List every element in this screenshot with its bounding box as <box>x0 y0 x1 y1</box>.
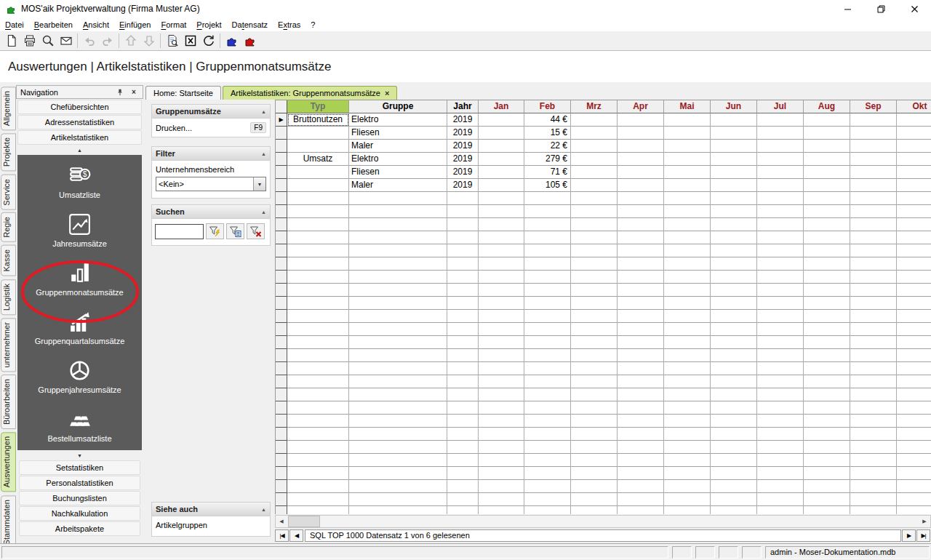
nav-group-setstatistiken[interactable]: Setstatistiken <box>19 460 140 475</box>
window-close-icon[interactable] <box>898 0 931 17</box>
cell[interactable]: 15 € <box>524 127 571 140</box>
side-tab-projekte[interactable]: Projekte <box>1 133 16 171</box>
scroll-down-icon[interactable]: ▼ <box>17 452 142 460</box>
side-tab-büroarbeiten[interactable]: Büroarbeiten <box>1 375 16 429</box>
side-tab-stammdaten[interactable]: Stammdaten <box>1 495 16 549</box>
row-selector[interactable] <box>276 166 287 179</box>
menu-item-bearbeiten[interactable]: Bearbeiten <box>29 19 78 31</box>
row-selector[interactable]: ▶ <box>276 113 287 127</box>
column-header-okt[interactable]: Okt <box>897 100 931 113</box>
nav-item-gruppenquartalsumsätze[interactable]: Gruppenquartalsumsätze <box>17 301 142 350</box>
cell[interactable]: 2019 <box>447 153 479 166</box>
nav-group-personalstatistiken[interactable]: Personalstatistiken <box>19 476 140 490</box>
search-input[interactable] <box>155 224 204 239</box>
section-header[interactable]: Gruppenumsätze ▲ <box>152 105 270 119</box>
window-restore-icon[interactable] <box>864 0 898 17</box>
section-header[interactable]: Filter ▲ <box>152 147 270 161</box>
side-tab-service[interactable]: Service <box>1 175 16 210</box>
cell[interactable]: 279 € <box>524 153 571 166</box>
cell[interactable]: 2019 <box>447 140 479 153</box>
cell[interactable]: Fliesen <box>349 166 447 179</box>
pin-icon[interactable] <box>115 87 125 97</box>
cell[interactable]: 2019 <box>447 166 479 179</box>
cell[interactable]: 2019 <box>447 179 479 192</box>
record-last-button[interactable]: ▶| <box>916 529 930 542</box>
new-document-icon[interactable] <box>2 32 20 49</box>
collapse-arrow-icon[interactable]: ▲ <box>261 209 266 215</box>
column-header-aug[interactable]: Aug <box>804 100 850 113</box>
scroll-left-icon[interactable]: ◀ <box>276 516 287 527</box>
nav-group-nachkalkulation[interactable]: Nachkalkulation <box>19 506 140 521</box>
nav-item-jahresumsätze[interactable]: Jahresumsätze <box>17 204 142 252</box>
cell[interactable]: Fliesen <box>349 127 447 140</box>
record-next-button[interactable]: ▶ <box>902 529 916 542</box>
side-tab-allgemein[interactable]: Allgemein <box>1 87 16 130</box>
section-header[interactable]: Suchen ▲ <box>152 205 270 219</box>
redo-icon[interactable] <box>98 32 116 49</box>
column-header-feb[interactable]: Feb <box>524 100 571 113</box>
artikelgruppen-link[interactable]: Artikelgruppen <box>152 516 270 536</box>
cell[interactable]: 44 € <box>524 113 571 127</box>
section-header[interactable]: Siehe auch ▲ <box>152 503 270 516</box>
cell[interactable]: Bruttonutzen <box>287 113 349 127</box>
column-header-gruppe[interactable]: Gruppe <box>349 100 447 113</box>
scroll-up-icon[interactable]: ▲ <box>17 146 142 154</box>
cell[interactable]: Maler <box>349 179 447 192</box>
collapse-arrow-icon[interactable]: ▲ <box>261 109 266 114</box>
column-header-typ[interactable]: Typ <box>287 100 349 113</box>
cell[interactable]: Maler <box>349 140 447 153</box>
nav-group-buchungslisten[interactable]: Buchungslisten <box>19 491 140 505</box>
collapse-arrow-icon[interactable]: ▲ <box>261 151 266 156</box>
move-down-icon[interactable] <box>140 32 158 49</box>
email-icon[interactable] <box>57 32 75 49</box>
menu-item-datei[interactable]: Datei <box>0 19 29 31</box>
column-header-sep[interactable]: Sep <box>850 100 897 113</box>
column-header-mai[interactable]: Mai <box>664 100 711 113</box>
column-header-jul[interactable]: Jul <box>757 100 804 113</box>
cell[interactable]: 2019 <box>447 127 479 140</box>
nav-group-arbeitspakete[interactable]: Arbeitspakete <box>19 521 140 536</box>
menu-item-projekt[interactable]: Projekt <box>191 19 226 31</box>
column-header-jahr[interactable]: Jahr <box>447 100 479 113</box>
print-command[interactable]: Drucken... F9 <box>152 119 270 137</box>
row-selector[interactable] <box>276 140 287 153</box>
side-tab-kasse[interactable]: Kasse <box>1 245 16 276</box>
menu-item-format[interactable]: Format <box>156 19 191 31</box>
plugin-red-icon[interactable] <box>241 32 259 49</box>
unternehmensbereich-dropdown[interactable]: <Kein> ▼ <box>156 177 266 191</box>
move-up-icon[interactable] <box>121 32 140 49</box>
filter-remove-icon[interactable] <box>247 223 265 239</box>
nav-item-umsatzliste[interactable]: $Umsatzliste <box>17 155 142 204</box>
side-tab-regie[interactable]: Regie <box>1 212 16 242</box>
cell[interactable]: 2019 <box>447 113 479 127</box>
cell[interactable]: Umsatz <box>287 153 349 166</box>
column-header-mrz[interactable]: Mrz <box>571 100 618 113</box>
tab-close-icon[interactable]: × <box>385 89 389 97</box>
column-header-jun[interactable]: Jun <box>711 100 757 113</box>
cell[interactable]: Elektro <box>349 153 447 166</box>
row-selector[interactable] <box>276 153 287 166</box>
window-minimize-icon[interactable] <box>831 0 864 17</box>
tab-home-startseite[interactable]: Home: Startseite <box>145 86 221 100</box>
nav-group-adressenstatistiken[interactable]: Adressenstatistiken <box>17 115 142 129</box>
side-tab-unternehmer[interactable]: unternehmer <box>1 318 16 372</box>
report-icon[interactable] <box>163 32 181 49</box>
record-prev-button[interactable]: ◀ <box>289 529 303 542</box>
side-tab-auswertungen[interactable]: Auswertungen <box>1 432 16 492</box>
side-tab-logistik[interactable]: Logistik <box>1 279 16 315</box>
filter-apply-icon[interactable] <box>206 223 224 239</box>
cell[interactable]: Elektro <box>349 113 447 127</box>
cell[interactable]: 22 € <box>524 140 571 153</box>
print-preview-icon[interactable] <box>39 32 57 49</box>
excel-export-icon[interactable] <box>181 32 199 49</box>
collapse-arrow-icon[interactable]: ▲ <box>261 507 266 512</box>
tab-artikelstatistiken-gruppenmonatsumsätze[interactable]: Artikelstatistiken: Gruppenmonatsumsätze… <box>223 86 397 100</box>
close-icon[interactable]: × <box>129 87 139 97</box>
column-header-apr[interactable]: Apr <box>618 100 664 113</box>
menu-item-ansicht[interactable]: Ansicht <box>78 19 114 31</box>
row-selector[interactable] <box>276 127 287 140</box>
nav-item-gruppenjahresumsätze[interactable]: Gruppenjahresumsätze <box>17 350 142 399</box>
row-selector[interactable] <box>276 179 287 192</box>
chevron-down-icon[interactable]: ▼ <box>253 177 265 191</box>
cell[interactable]: 105 € <box>524 179 571 192</box>
